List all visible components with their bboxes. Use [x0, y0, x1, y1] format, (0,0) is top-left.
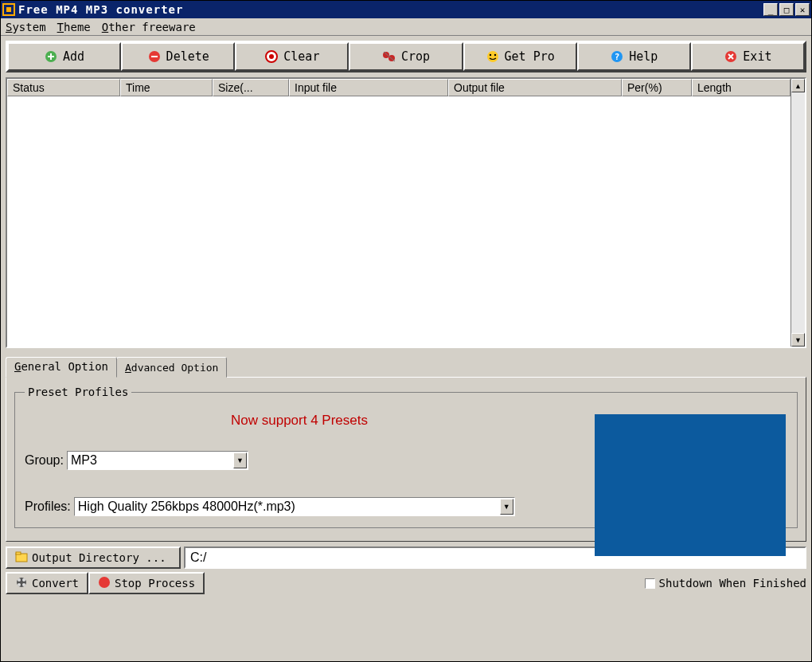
scroll-up-icon[interactable]: ▲	[791, 79, 805, 92]
preview-area	[595, 414, 786, 556]
vertical-scrollbar[interactable]: ▲ ▼	[791, 79, 805, 347]
group-combobox[interactable]: MP3 ▼	[67, 451, 248, 470]
menu-system[interactable]: System	[6, 21, 46, 33]
col-input-file[interactable]: Input file	[289, 79, 448, 96]
convert-button[interactable]: Convert	[6, 572, 88, 594]
svg-rect-4	[151, 56, 158, 57]
delete-icon	[147, 49, 162, 64]
toolbar: Add Delete Clear Crop Get Pro ? Help	[6, 41, 806, 72]
profiles-label: Profiles:	[25, 499, 71, 514]
delete-button[interactable]: Delete	[121, 42, 235, 71]
stop-icon	[98, 576, 111, 591]
checkbox-icon[interactable]	[645, 578, 655, 589]
col-time[interactable]: Time	[120, 79, 213, 96]
col-size[interactable]: Size(...	[213, 79, 289, 96]
group-label: Group:	[25, 453, 64, 468]
svg-point-9	[487, 51, 498, 62]
preset-message: Now support 4 Presets	[25, 413, 574, 429]
folder-icon	[15, 551, 28, 565]
shutdown-checkbox[interactable]: Shutdown When Finished	[645, 577, 806, 590]
clear-button[interactable]: Clear	[235, 42, 349, 71]
svg-rect-16	[16, 552, 21, 554]
dropdown-icon[interactable]: ▼	[233, 452, 247, 468]
tab-general-option[interactable]: General Option	[6, 357, 117, 378]
svg-point-22	[99, 577, 110, 588]
crop-button[interactable]: Crop	[349, 42, 463, 71]
col-output-file[interactable]: Output file	[448, 79, 622, 96]
column-headers: Status Time Size(... Input file Output f…	[7, 79, 791, 96]
menubar: System Theme Other freeware	[1, 18, 811, 36]
preset-legend: Preset Profiles	[25, 386, 131, 398]
stop-process-button[interactable]: Stop Process	[88, 572, 205, 594]
col-status[interactable]: Status	[7, 79, 120, 96]
svg-point-21	[22, 583, 25, 586]
exit-icon	[724, 49, 738, 64]
svg-point-7	[383, 52, 389, 58]
tab-panel-general: Preset Profiles Now support 4 Presets Gr…	[6, 377, 806, 542]
convert-icon	[15, 576, 28, 591]
add-button[interactable]: Add	[7, 42, 121, 71]
file-list: Status Time Size(... Input file Output f…	[6, 77, 806, 348]
maximize-button[interactable]: □	[779, 3, 794, 16]
output-directory-button[interactable]: Output Directory ...	[6, 546, 181, 569]
menu-other-freeware[interactable]: Other freeware	[102, 21, 196, 33]
svg-point-6	[269, 54, 274, 59]
svg-point-10	[489, 54, 490, 56]
col-length[interactable]: Length	[692, 79, 791, 96]
preset-profiles-group: Preset Profiles Now support 4 Presets Gr…	[14, 386, 798, 528]
exit-button[interactable]: Exit	[691, 42, 805, 71]
clear-icon	[264, 49, 279, 64]
crop-icon	[382, 49, 396, 64]
getpro-button[interactable]: Get Pro	[463, 42, 577, 71]
window-title: Free MP4 MP3 converter	[18, 3, 183, 16]
col-per[interactable]: Per(%)	[622, 79, 692, 96]
close-button[interactable]: ✕	[795, 3, 810, 16]
dropdown-icon[interactable]: ▼	[500, 499, 513, 515]
titlebar: Free MP4 MP3 converter _ □ ✕	[1, 1, 811, 18]
svg-rect-1	[6, 7, 11, 12]
minimize-button[interactable]: _	[763, 3, 778, 16]
help-button[interactable]: ? Help	[577, 42, 691, 71]
app-icon	[2, 3, 15, 16]
scroll-down-icon[interactable]: ▼	[791, 333, 805, 347]
svg-text:?: ?	[615, 52, 620, 62]
svg-point-19	[22, 578, 25, 582]
tabstrip: General Option Advanced Option	[6, 357, 806, 378]
svg-point-20	[18, 583, 21, 586]
profiles-combobox[interactable]: High Quality 256kbps 48000Hz(*.mp3) ▼	[74, 497, 515, 516]
help-icon: ?	[610, 49, 624, 64]
add-icon	[44, 49, 58, 64]
svg-point-11	[494, 54, 495, 56]
tab-advanced-option[interactable]: Advanced Option	[116, 357, 227, 378]
getpro-icon	[486, 49, 500, 64]
svg-point-18	[18, 578, 21, 582]
menu-theme[interactable]: Theme	[57, 21, 91, 33]
file-list-body[interactable]	[7, 96, 791, 347]
